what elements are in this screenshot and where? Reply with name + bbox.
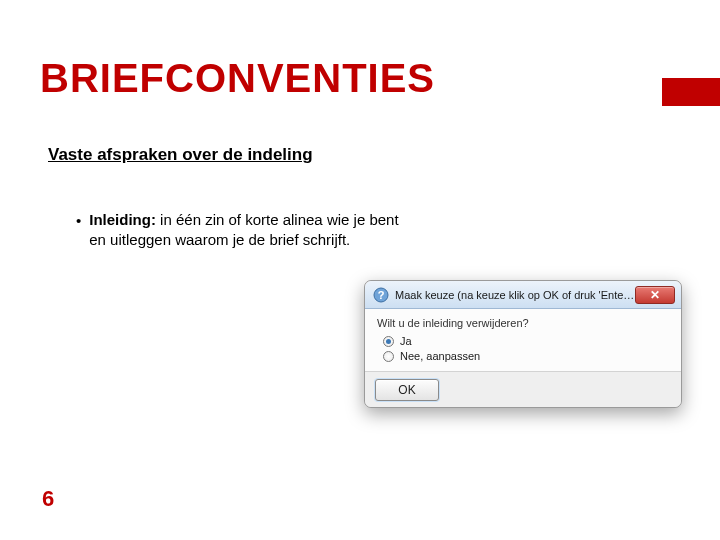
radio-option-yes[interactable]: Ja	[383, 335, 669, 347]
dialog-window: ? Maak keuze (na keuze klik op OK of dru…	[364, 280, 682, 408]
page-number: 6	[42, 486, 54, 512]
radio-label: Ja	[400, 335, 412, 347]
radio-icon	[383, 351, 394, 362]
radio-icon	[383, 336, 394, 347]
bullet-label: Inleiding:	[89, 211, 156, 228]
radio-label: Nee, aanpassen	[400, 350, 480, 362]
close-icon: ✕	[650, 288, 660, 302]
svg-text:?: ?	[378, 289, 385, 301]
page-title: BRIEFCONVENTIES	[40, 56, 435, 101]
dialog-question: Wilt u de inleiding verwijderen?	[377, 317, 669, 329]
dialog-body: Wilt u de inleiding verwijderen? Ja Nee,…	[365, 309, 681, 371]
bullet-dot: •	[76, 211, 81, 251]
subtitle: Vaste afspraken over de indeling	[48, 145, 313, 165]
bullet-text: Inleiding: in één zin of korte alinea wi…	[89, 210, 406, 251]
close-button[interactable]: ✕	[635, 286, 675, 304]
dialog-title: Maak keuze (na keuze klik op OK of druk …	[395, 289, 635, 301]
ok-button[interactable]: OK	[375, 379, 439, 401]
bullet-item: • Inleiding: in één zin of korte alinea …	[76, 210, 406, 251]
dialog-titlebar[interactable]: ? Maak keuze (na keuze klik op OK of dru…	[365, 281, 681, 309]
dialog-footer: OK	[365, 371, 681, 407]
accent-bar	[662, 78, 720, 106]
question-icon: ?	[373, 287, 389, 303]
radio-option-no[interactable]: Nee, aanpassen	[383, 350, 669, 362]
